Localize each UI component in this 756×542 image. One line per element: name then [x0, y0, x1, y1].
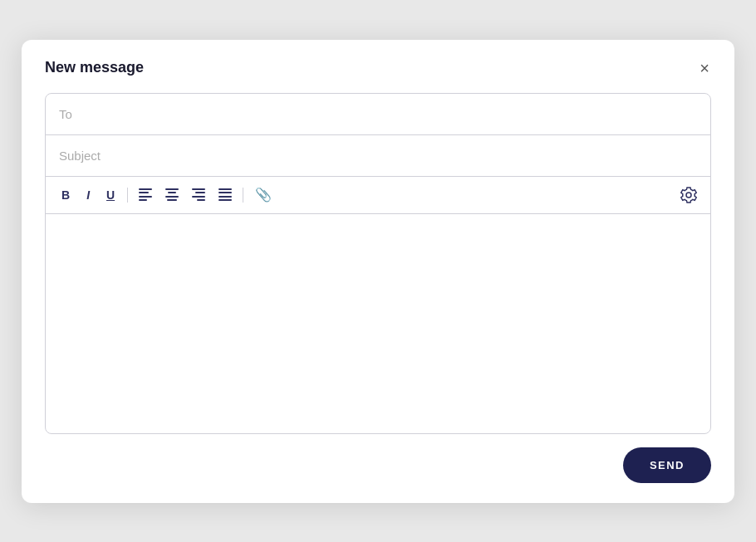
italic-button[interactable]: I — [81, 186, 96, 204]
toolbar-left: B I U — [56, 183, 277, 206]
compose-form: B I U — [45, 93, 711, 434]
body-textarea[interactable] — [46, 214, 710, 430]
align-justify-button[interactable] — [214, 184, 236, 206]
toolbar-separator-1 — [127, 188, 128, 203]
attachment-icon: 📎 — [255, 187, 272, 203]
send-button[interactable]: SEND — [623, 447, 711, 483]
modal-title: New message — [45, 59, 144, 76]
toolbar-separator-2 — [243, 188, 243, 203]
toolbar-row: B I U — [46, 177, 710, 214]
settings-button[interactable] — [677, 183, 700, 207]
to-field-row — [46, 94, 710, 135]
close-button[interactable]: × — [698, 58, 711, 78]
modal-header: New message × — [22, 40, 734, 93]
subject-input[interactable] — [46, 135, 710, 176]
attachment-button[interactable]: 📎 — [250, 183, 277, 206]
subject-field-row — [46, 135, 710, 177]
modal-footer: SEND — [22, 434, 734, 483]
bold-button[interactable]: B — [56, 186, 76, 204]
body-field-row — [46, 214, 710, 433]
to-input[interactable] — [46, 94, 710, 134]
align-left-button[interactable] — [135, 184, 156, 206]
align-right-button[interactable] — [188, 184, 209, 206]
align-center-button[interactable] — [161, 184, 183, 206]
underline-button[interactable]: U — [101, 186, 120, 204]
gear-icon — [680, 187, 697, 203]
modal-overlay: New message × B I U — [0, 0, 756, 542]
compose-modal: New message × B I U — [22, 40, 734, 503]
